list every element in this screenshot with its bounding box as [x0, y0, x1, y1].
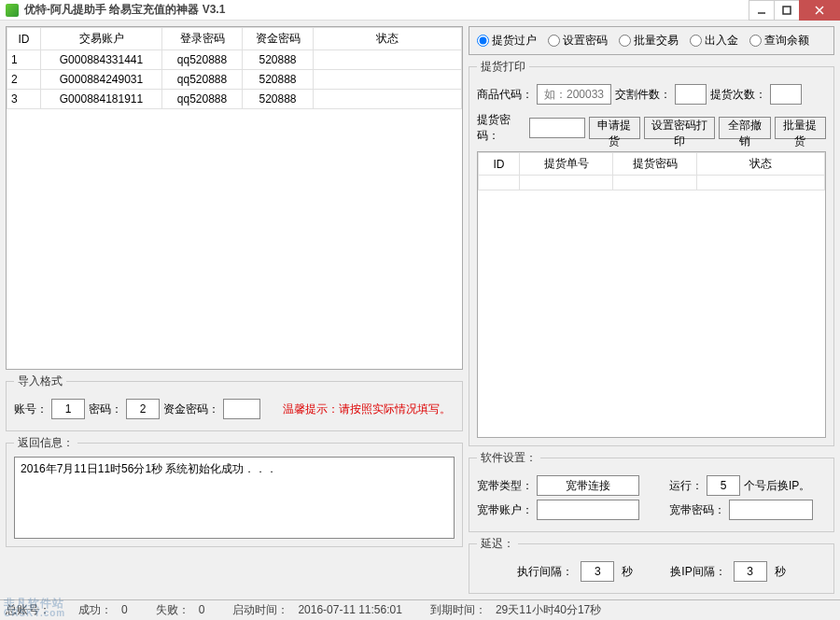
pt-col-pw: 提货密码 [613, 153, 697, 176]
count-input[interactable] [675, 84, 707, 105]
mode-batch[interactable]: 批量交易 [619, 33, 679, 49]
acct-label: 宽带账户： [477, 502, 533, 518]
account-col-input[interactable] [51, 399, 85, 419]
ip-label: 换IP间隔： [670, 564, 725, 580]
pickup-legend: 提货打印 [477, 59, 529, 75]
status-bar: 总账号： 成功： 0 失败： 0 启动时间： 2016-07-11 11:56:… [0, 599, 840, 620]
sec1: 秒 [622, 564, 633, 580]
table-row[interactable]: 1G000884331441qq520888520888 [7, 50, 462, 70]
close-button[interactable] [799, 0, 840, 21]
table-row[interactable]: 2G000884249031qq520888520888 [7, 70, 462, 90]
mode-setpw[interactable]: 设置密码 [548, 33, 608, 49]
sec2: 秒 [775, 564, 786, 580]
run-label: 运行： [669, 478, 703, 494]
window-controls [749, 0, 840, 21]
import-legend: 导入格式 [14, 373, 66, 389]
pickup-pw-input[interactable] [529, 118, 585, 138]
minimize-button[interactable] [749, 0, 775, 21]
batch-button[interactable]: 批量提货 [775, 117, 826, 139]
settings-group: 软件设置： 宽带类型： 运行： 个号后换IP。 宽带账户： 宽带密码： [469, 450, 834, 532]
delay-group: 延迟： 执行间隔： 秒 换IP间隔： 秒 [469, 536, 834, 594]
pw-col-input[interactable] [126, 399, 160, 419]
col-loginpw: 登录密码 [162, 28, 243, 50]
mode-fund[interactable]: 出入金 [690, 33, 738, 49]
mode-selector: 提货过户 设置密码 批量交易 出入金 查询余额 [469, 26, 834, 55]
pickup-group: 提货打印 商品代码： 交割件数： 提货次数： 提货密码： 申请提货 设置密码打印… [469, 59, 834, 446]
pt-col-order: 提货单号 [520, 153, 613, 176]
cancel-all-button[interactable]: 全部撤销 [719, 117, 770, 139]
code-input[interactable] [537, 84, 611, 105]
col-status: 状态 [314, 28, 462, 50]
window-title: 优特-阿凡提助手 给易宝充值的神器 V3.1 [24, 2, 749, 18]
times-input[interactable] [770, 84, 802, 105]
log-output[interactable]: 2016年7月11日11时56分1秒 系统初始化成功．．． [14, 457, 455, 539]
apply-button[interactable]: 申请提货 [589, 117, 640, 139]
pt-col-id: ID [479, 153, 520, 176]
exec-label: 执行间隔： [517, 564, 573, 580]
accounts-table[interactable]: ID 交易账户 登录密码 资金密码 状态 1G000884331441qq520… [6, 26, 463, 370]
bbpw-label: 宽带密码： [669, 502, 725, 518]
return-info-group: 返回信息： 2016年7月11日11时56分1秒 系统初始化成功．．． [6, 435, 463, 547]
col-account: 交易账户 [41, 28, 162, 50]
title-bar: 优特-阿凡提助手 给易宝充值的神器 V3.1 [0, 0, 840, 21]
pw-label: 密码： [89, 402, 122, 417]
mode-balance[interactable]: 查询余额 [749, 33, 809, 49]
table-row[interactable]: 3G000884181911qq520888520888 [7, 90, 462, 109]
exec-input[interactable] [581, 561, 614, 582]
status-fail: 失败： 0 [156, 602, 205, 618]
run-input[interactable] [707, 475, 740, 496]
settings-legend: 软件设置： [477, 450, 540, 466]
fund-col-input[interactable] [223, 399, 260, 419]
svg-rect-1 [783, 7, 791, 14]
app-icon [6, 4, 19, 17]
tip-text: 温馨提示：请按照实际情况填写。 [283, 402, 451, 417]
return-legend: 返回信息： [14, 435, 77, 451]
delay-legend: 延迟： [477, 536, 518, 552]
pickup-pw-label: 提货密码： [477, 112, 525, 144]
type-input[interactable] [537, 475, 639, 496]
pickup-table[interactable]: ID 提货单号 提货密码 状态 [477, 151, 826, 438]
ip-input[interactable] [734, 561, 767, 582]
status-success: 成功： 0 [78, 602, 128, 618]
fund-label: 资金密码： [163, 402, 219, 417]
status-total: 总账号： [6, 602, 50, 618]
acct-input[interactable] [537, 500, 639, 520]
status-start: 启动时间： 2016-07-11 11:56:01 [232, 602, 401, 618]
code-label: 商品代码： [477, 87, 533, 103]
bbpw-input[interactable] [729, 500, 813, 520]
maximize-button[interactable] [774, 0, 800, 21]
import-format-group: 导入格式 账号： 密码： 资金密码： 温馨提示：请按照实际情况填写。 [6, 373, 463, 431]
count-label: 交割件数： [615, 87, 671, 103]
pt-col-status: 状态 [697, 153, 825, 176]
status-end: 到期时间： 29天11小时40分17秒 [430, 602, 601, 618]
times-label: 提货次数： [710, 87, 766, 103]
account-label: 账号： [14, 402, 48, 417]
run-suffix: 个号后换IP。 [744, 478, 810, 494]
mode-pickup[interactable]: 提货过户 [477, 33, 537, 49]
col-id: ID [7, 28, 41, 50]
type-label: 宽带类型： [477, 478, 533, 494]
col-fundpw: 资金密码 [243, 28, 314, 50]
print-button[interactable]: 设置密码打印 [644, 117, 715, 139]
